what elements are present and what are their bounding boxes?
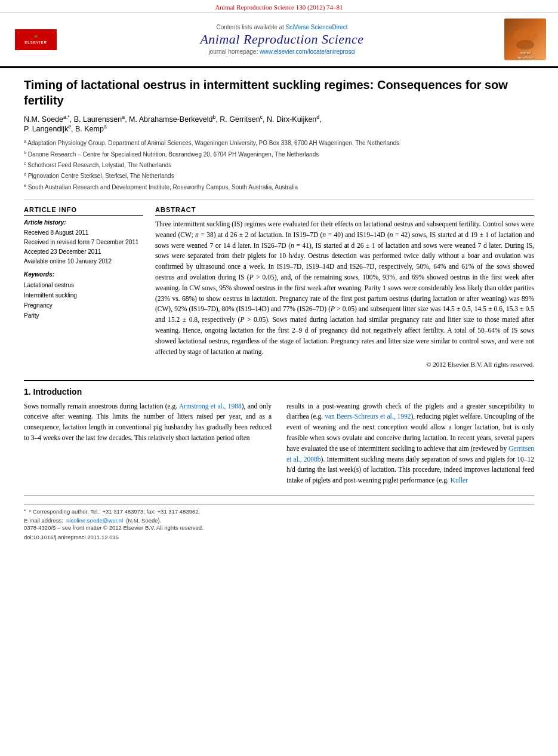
svg-text:ELSEVIER: ELSEVIER xyxy=(24,41,47,44)
abstract-label: ABSTRACT xyxy=(155,206,534,216)
journal-header: 🌿 ELSEVIER Contents lists available at S… xyxy=(0,13,558,68)
email-name: (N.M. Soede). xyxy=(126,517,161,524)
abstract-text: Three intermittent suckling (IS) regimes… xyxy=(155,219,534,358)
journal-thumbnail: animal reproduction xyxy=(504,19,546,60)
affil-b-text: Danone Research – Centre for Specialised… xyxy=(28,151,319,158)
homepage-url[interactable]: www.elsevier.com/locate/anireprosci xyxy=(260,48,356,55)
intro-heading: 1. Introduction xyxy=(24,387,534,397)
journal-thumb-text: animal reproduction xyxy=(504,19,546,60)
affil-e: e South Australian Research and Developm… xyxy=(24,182,534,192)
elsevier-logo-img: 🌿 ELSEVIER xyxy=(15,29,57,50)
abstract-col: ABSTRACT Three intermittent suckling (IS… xyxy=(155,206,534,368)
affil-e-text: South Australian Research and Developmen… xyxy=(28,184,298,190)
gerritsen-link[interactable]: Gerritsen et al., 2008b xyxy=(286,445,534,463)
divider-1 xyxy=(24,199,534,200)
history-accepted: Accepted 23 December 2011 xyxy=(24,247,143,257)
affil-a-text: Adaptation Physiology Group, Department … xyxy=(27,140,399,147)
elsevier-logo: 🌿 ELSEVIER xyxy=(12,29,60,50)
svg-text:animal: animal xyxy=(520,51,531,54)
history-received: Received 8 August 2011 xyxy=(24,228,143,238)
footer-divider xyxy=(24,504,534,505)
svg-text:🌿: 🌿 xyxy=(34,35,38,39)
main-content: Timing of lactational oestrus in intermi… xyxy=(0,68,558,552)
abstract-copyright: © 2012 Elsevier B.V. All rights reserved… xyxy=(155,361,534,368)
doi-text: doi:10.1016/j.anireprosci.2011.12.015 xyxy=(24,534,119,540)
article-info-col: ARTICLE INFO Article history: Received 8… xyxy=(24,206,143,368)
article-info-label: ARTICLE INFO xyxy=(24,206,143,216)
sciverse-bar: Contents lists available at SciVerse Sci… xyxy=(66,24,498,30)
sciverse-text: Contents lists available at xyxy=(216,24,283,30)
svg-text:reproduction: reproduction xyxy=(517,56,534,59)
journal-homepage: journal homepage: www.elsevier.com/locat… xyxy=(66,48,498,55)
intro-right-col: results in a post-weaning growth check o… xyxy=(286,401,534,487)
kw-4: Parity xyxy=(24,311,143,321)
armstrong-link[interactable]: Armstrong et al., 1988 xyxy=(179,402,242,410)
journal-citation-bar: Animal Reproduction Science 130 (2012) 7… xyxy=(0,0,558,13)
affil-a: a Adaptation Physiology Group, Departmen… xyxy=(24,138,534,148)
history-online: Available online 10 January 2012 xyxy=(24,257,143,266)
svg-rect-0 xyxy=(18,30,54,48)
intro-left-col: Sows normally remain anoestrous during l… xyxy=(24,401,272,487)
rights-text: 0378-4320/$ – see front matter © 2012 El… xyxy=(24,524,204,531)
email-label: E-mail address: xyxy=(24,517,63,524)
journal-title-header: Animal Reproduction Science xyxy=(66,32,498,47)
kw-1: Lactational oestrus xyxy=(24,280,143,290)
sciverse-link[interactable]: SciVerse ScienceDirect xyxy=(286,24,348,30)
affil-c-text: Schothorst Feed Research, Lelystad, The … xyxy=(27,162,171,168)
intro-right-text: results in a post-weaning growth check o… xyxy=(286,401,534,487)
article-title: Timing of lactational oestrus in intermi… xyxy=(24,77,534,108)
affiliations: a Adaptation Physiology Group, Departmen… xyxy=(24,138,534,192)
keywords-label: Keywords: xyxy=(24,271,143,278)
intro-number: 1. xyxy=(24,387,31,397)
journal-citation-text: Animal Reproduction Science 130 (2012) 7… xyxy=(215,4,343,11)
intro-label: Introduction xyxy=(33,387,82,397)
introduction-section: 1. Introduction Sows normally remain ano… xyxy=(24,380,534,487)
footer-section: * * Corresponding author. Tel.: +31 317 … xyxy=(24,495,534,540)
affil-d-text: Pignovation Centre Sterksel, Sterksel, T… xyxy=(28,173,174,180)
affil-b: b Danone Research – Centre for Specialis… xyxy=(24,149,534,159)
affil-c: c Schothorst Feed Research, Lelystad, Th… xyxy=(24,160,534,170)
affil-d: d Pignovation Centre Sterksel, Sterksel,… xyxy=(24,171,534,181)
footnote-corresponding: * * Corresponding author. Tel.: +31 317 … xyxy=(24,508,534,515)
svg-point-5 xyxy=(516,40,534,50)
footer-rights: 0378-4320/$ – see front matter © 2012 El… xyxy=(24,524,534,532)
article-info-abstract: ARTICLE INFO Article history: Received 8… xyxy=(24,206,534,368)
authors-line: N.M. Soedea,*, B. Laurenssena, M. Abraha… xyxy=(24,114,534,133)
history-label: Article history: xyxy=(24,219,143,226)
van-beers-link[interactable]: van Beers-Schreurs et al., 1992 xyxy=(325,413,411,420)
footnote-email: E-mail address: nicoline.soede@wur.nl (N… xyxy=(24,517,534,524)
kw-2: Intermittent suckling xyxy=(24,290,143,300)
corresponding-note: * Corresponding author. Tel.: +31 317 48… xyxy=(29,508,201,515)
history-revised: Received in revised form 7 December 2011 xyxy=(24,238,143,247)
footer-doi: doi:10.1016/j.anireprosci.2011.12.015 xyxy=(24,534,534,540)
footnote-star: * xyxy=(24,508,26,515)
page: Animal Reproduction Science 130 (2012) 7… xyxy=(0,0,558,756)
intro-two-col: Sows normally remain anoestrous during l… xyxy=(24,401,534,487)
kw-3: Pregnancy xyxy=(24,300,143,311)
journal-center: Contents lists available at SciVerse Sci… xyxy=(66,24,498,55)
homepage-label: journal homepage: xyxy=(208,48,258,55)
email-link[interactable]: nicoline.soede@wur.nl xyxy=(66,517,123,524)
intro-left-text: Sows normally remain anoestrous during l… xyxy=(24,401,272,444)
kuller-link[interactable]: Kuller xyxy=(451,477,468,484)
